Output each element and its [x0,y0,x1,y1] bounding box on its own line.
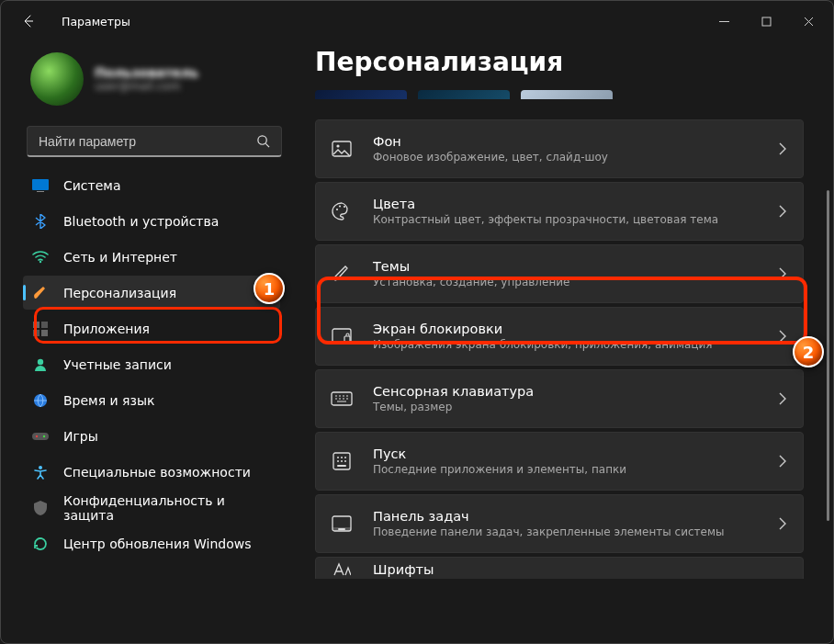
taskbar-icon [331,513,353,535]
svg-point-1 [258,136,266,144]
nav-label: Специальные возможности [63,465,251,480]
card-taskbar[interactable]: Панель задач Поведение панели задач, зак… [315,494,804,553]
card-title: Цвета [373,197,718,211]
chevron-right-icon [779,267,786,280]
card-title: Экран блокировки [373,322,712,336]
card-background[interactable]: Фон Фоновое изображение, цвет, слайд-шоу [315,119,804,178]
search-input[interactable] [39,134,249,149]
wifi-icon [32,249,49,266]
sidebar-item-privacy[interactable]: Конфиденциальность и защита [23,491,280,525]
main-content: Персонализация Фон Фоновое изображение, … [293,41,833,643]
bluetooth-icon [32,213,49,230]
nav-label: Сеть и Интернет [63,250,177,265]
user-email: user@mail.com [95,80,198,93]
card-subtitle: Изображения экрана блокировки, приложени… [373,338,712,351]
person-icon [32,356,49,373]
search-box[interactable] [27,126,282,157]
maximize-button[interactable] [745,1,787,41]
palette-icon [331,200,353,222]
card-subtitle: Контрастный цвет, эффекты прозрачности, … [373,213,718,226]
svg-rect-7 [33,330,39,336]
settings-cards: Фон Фоновое изображение, цвет, слайд-шоу… [315,119,806,579]
card-fonts[interactable]: Шрифты [315,557,804,579]
system-icon [32,177,49,194]
svg-point-24 [337,457,339,458]
user-profile[interactable]: Пользователь user@mail.com [23,47,286,119]
svg-point-17 [336,209,338,210]
svg-rect-22 [332,392,352,405]
svg-rect-0 [762,17,771,26]
theme-thumb[interactable] [418,90,510,99]
card-start[interactable]: Пуск Последние приложения и элементы, па… [315,432,804,491]
scrollbar-thumb[interactable] [827,190,829,521]
sidebar-item-accounts[interactable]: Учетные записи [23,347,280,381]
sidebar-item-windows-update[interactable]: Центр обновления Windows [23,526,280,560]
start-icon [331,450,353,472]
svg-point-19 [344,206,345,208]
theme-thumb[interactable] [315,90,407,99]
svg-rect-33 [338,528,345,530]
sidebar-item-bluetooth[interactable]: Bluetooth и устройства [23,204,280,238]
svg-point-29 [344,460,346,462]
accessibility-icon [32,464,49,480]
avatar [30,52,84,106]
card-themes[interactable]: Темы Установка, создание, управление [315,244,804,303]
titlebar: Параметры [1,1,833,41]
chevron-right-icon [779,330,786,343]
chevron-right-icon [779,517,786,530]
card-title: Пуск [373,446,626,461]
scrollbar[interactable] [827,153,829,628]
card-colors[interactable]: Цвета Контрастный цвет, эффекты прозрачн… [315,182,804,241]
svg-rect-8 [41,330,48,336]
svg-point-12 [36,435,38,436]
svg-point-28 [341,460,343,462]
nav-label: Приложения [63,322,150,336]
image-icon [331,138,353,160]
sidebar-item-accessibility[interactable]: Специальные возможности [23,455,280,489]
chevron-right-icon [779,455,786,468]
close-button[interactable] [787,1,829,41]
svg-rect-21 [344,336,350,342]
minimize-button[interactable] [703,1,745,41]
card-title: Шрифты [373,562,434,577]
card-title: Сенсорная клавиатура [373,384,534,399]
svg-point-26 [344,457,346,458]
svg-rect-11 [32,433,49,440]
sidebar: Пользователь user@mail.com Система Bluet… [6,41,293,643]
svg-rect-2 [32,179,49,190]
sidebar-item-network[interactable]: Сеть и Интернет [23,240,280,274]
nav-label: Bluetooth и устройства [63,214,219,229]
card-touch-keyboard[interactable]: Сенсорная клавиатура Темы, размер [315,369,804,428]
card-subtitle: Установка, создание, управление [373,276,569,288]
nav-label: Персонализация [63,286,176,300]
card-title: Темы [373,259,569,274]
sidebar-item-system[interactable]: Система [23,168,280,202]
chevron-right-icon [779,205,786,218]
svg-point-4 [39,260,41,262]
svg-point-14 [39,466,42,469]
keyboard-icon [331,388,353,410]
sidebar-item-personalization[interactable]: Персонализация [23,276,280,310]
svg-point-13 [43,435,45,436]
card-subtitle: Поведение панели задач, закрепленные эле… [373,525,725,538]
sidebar-item-gaming[interactable]: Игры [23,419,280,453]
theme-thumbnails [315,90,806,99]
card-title: Панель задач [373,509,725,524]
nav-label: Центр обновления Windows [63,537,251,551]
svg-point-16 [336,144,339,147]
sidebar-item-apps[interactable]: Приложения [23,311,280,345]
update-icon [32,536,49,552]
svg-rect-6 [41,322,48,328]
paintbrush-icon [32,285,49,301]
svg-point-25 [341,457,343,458]
card-lockscreen[interactable]: Экран блокировки Изображения экрана блок… [315,307,804,366]
window-title: Параметры [62,15,130,28]
theme-thumb[interactable] [521,90,613,99]
nav-label: Игры [63,429,98,444]
sidebar-item-time-language[interactable]: Время и язык [23,383,280,417]
back-button[interactable] [12,5,45,38]
nav-label: Время и язык [63,393,154,408]
shield-icon [32,500,49,516]
nav-label: Учетные записи [63,357,172,372]
nav-label: Конфиденциальность и защита [63,493,271,523]
